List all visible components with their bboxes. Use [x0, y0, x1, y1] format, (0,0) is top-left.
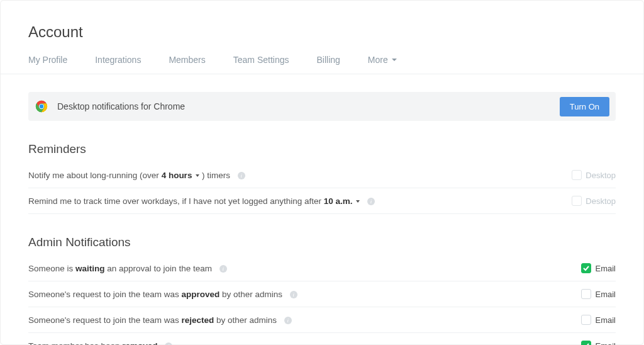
- row-text: Someone's request to join the team was r…: [28, 315, 292, 325]
- admin-row-waiting: Someone is waiting an approval to join t…: [28, 256, 616, 281]
- checkbox-label: Email: [595, 341, 616, 346]
- info-icon[interactable]: i: [367, 198, 375, 205]
- row-text: Someone's request to join the team was a…: [28, 290, 297, 299]
- email-checkbox[interactable]: [581, 315, 591, 325]
- row-text: Team member has been removed i: [28, 341, 172, 346]
- info-icon[interactable]: i: [219, 265, 227, 273]
- email-checkbox[interactable]: [581, 263, 591, 273]
- checkbox-label: Email: [595, 264, 616, 273]
- info-icon[interactable]: i: [290, 291, 297, 298]
- tab-integrations[interactable]: Integrations: [95, 55, 141, 65]
- email-checkbox-wrap: Email: [581, 289, 616, 299]
- checkbox-label: Email: [595, 315, 616, 325]
- turn-on-button[interactable]: Turn On: [560, 97, 609, 116]
- tab-label: Team Settings: [233, 55, 289, 65]
- banner-text: Desktop notifications for Chrome: [57, 101, 185, 111]
- desktop-checkbox-wrap: Desktop: [572, 196, 616, 206]
- reminders-title: Reminders: [28, 142, 616, 156]
- admin-notifications-title: Admin Notifications: [28, 235, 616, 249]
- chrome-notification-banner: Desktop notifications for Chrome Turn On: [28, 92, 616, 121]
- reminder-row-long-running: Notify me about long-running (over 4 hou…: [28, 162, 616, 188]
- tab-my-profile[interactable]: My Profile: [28, 55, 67, 65]
- tab-team-settings[interactable]: Team Settings: [233, 55, 289, 65]
- admin-row-approved: Someone's request to join the team was a…: [28, 281, 616, 307]
- email-checkbox-wrap: Email: [581, 315, 616, 325]
- tab-label: My Profile: [28, 55, 67, 65]
- email-checkbox-wrap: Email: [581, 341, 616, 345]
- tab-billing[interactable]: Billing: [316, 55, 340, 65]
- chrome-icon: [35, 99, 48, 113]
- chevron-down-icon: [392, 59, 397, 61]
- admin-row-rejected: Someone's request to join the team was r…: [28, 307, 616, 333]
- desktop-checkbox[interactable]: [572, 196, 582, 206]
- page-title: Account: [28, 23, 616, 41]
- info-icon[interactable]: i: [284, 317, 292, 324]
- chevron-down-icon: [356, 200, 360, 203]
- tab-label: Members: [169, 55, 205, 65]
- email-checkbox[interactable]: [581, 341, 591, 345]
- tabs: My Profile Integrations Members Team Set…: [1, 55, 643, 74]
- tab-label: More: [368, 55, 388, 65]
- checkbox-label: Desktop: [586, 171, 616, 180]
- tab-label: Billing: [316, 55, 340, 65]
- admin-row-removed: Team member has been removed i Email: [28, 333, 616, 345]
- long-running-dropdown[interactable]: 4 hours: [162, 171, 200, 180]
- tab-more[interactable]: More: [368, 55, 397, 65]
- row-text: Notify me about long-running (over 4 hou…: [28, 171, 245, 180]
- email-checkbox-wrap: Email: [581, 263, 616, 273]
- checkbox-label: Email: [595, 290, 616, 299]
- info-icon[interactable]: i: [165, 342, 172, 345]
- tab-members[interactable]: Members: [169, 55, 205, 65]
- workdays-time-dropdown[interactable]: 10 a.m.: [324, 196, 360, 206]
- tab-label: Integrations: [95, 55, 141, 65]
- row-text: Someone is waiting an approval to join t…: [28, 264, 227, 273]
- desktop-checkbox[interactable]: [572, 170, 582, 180]
- row-text: Remind me to track time over workdays, i…: [28, 196, 375, 206]
- email-checkbox[interactable]: [581, 289, 591, 299]
- reminder-row-workdays: Remind me to track time over workdays, i…: [28, 188, 616, 214]
- info-icon[interactable]: i: [238, 172, 245, 179]
- svg-point-2: [40, 105, 43, 108]
- account-page: Account My Profile Integrations Members …: [0, 0, 644, 345]
- checkbox-label: Desktop: [586, 196, 616, 206]
- desktop-checkbox-wrap: Desktop: [572, 170, 616, 180]
